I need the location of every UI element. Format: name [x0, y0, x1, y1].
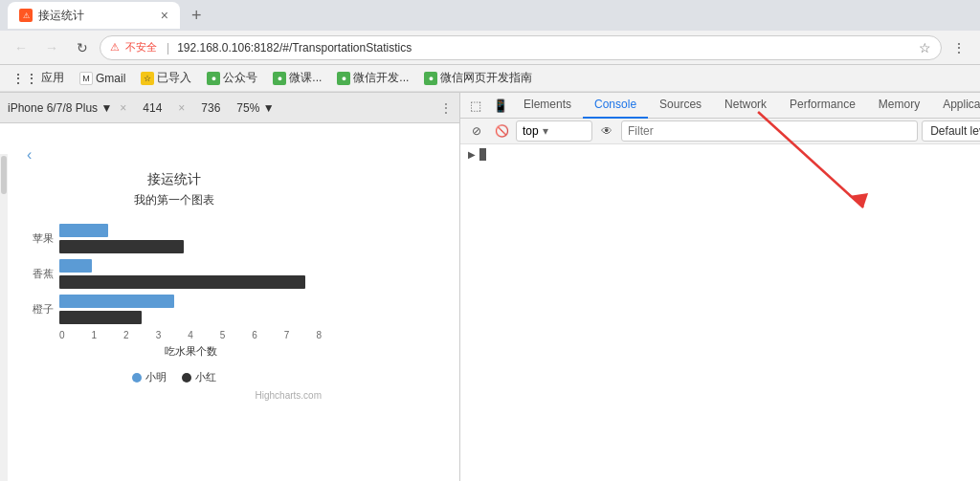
- reload-icon: ↻: [77, 40, 88, 55]
- url-text: 192.168.0.106:8182/#/TransportationStati…: [177, 41, 913, 55]
- tab-performance[interactable]: Performance: [778, 93, 867, 119]
- device-select[interactable]: iPhone 6/7/8 Plus ▼: [8, 101, 112, 115]
- x-axis-label: 吃水果个数: [59, 344, 322, 359]
- bar-orange-dark: [59, 311, 142, 324]
- chart-back-btn[interactable]: ‹: [27, 146, 32, 164]
- height-input[interactable]: [192, 101, 229, 115]
- clear-icon: ⊘: [472, 124, 481, 138]
- zoom-select[interactable]: 75% ▼: [236, 101, 274, 115]
- bar-track-banana: [59, 259, 322, 289]
- context-select[interactable]: top ▾: [516, 120, 592, 142]
- tab-close-btn[interactable]: ×: [161, 8, 168, 23]
- new-tab-btn[interactable]: +: [191, 6, 202, 26]
- context-label: top: [523, 124, 539, 138]
- chart-subtitle: 我的第一个图表: [27, 192, 322, 208]
- x-axis: 0 1 2 3 4 5 6 7 8: [59, 330, 322, 340]
- reload-btn[interactable]: ↻: [69, 34, 96, 61]
- levels-select[interactable]: Default levels ▼: [922, 120, 980, 142]
- gmail-icon: M: [79, 72, 93, 85]
- tab-application-label: Applicatio...: [943, 98, 980, 111]
- tab-memory[interactable]: Memory: [867, 93, 931, 119]
- console-output: ▶: [460, 144, 980, 481]
- menu-btn[interactable]: ⋮: [946, 34, 972, 61]
- tab-title: 接运统计: [38, 8, 84, 24]
- bookmark-apps[interactable]: ⋮⋮ 应用: [8, 68, 68, 88]
- bar-group-apple: 苹果: [27, 224, 322, 253]
- prompt-arrow-icon: ▶: [468, 149, 476, 160]
- devtools-icons: ⬚ 📱: [464, 94, 512, 117]
- console-prompt-row: ▶: [468, 148, 980, 161]
- forward-icon: →: [45, 40, 58, 55]
- bar-banana-blue: [59, 259, 92, 273]
- dropdown-icon: ▾: [543, 124, 548, 138]
- wechat-dev-icon: ●: [337, 72, 350, 85]
- nav-actions: ⋮: [946, 34, 972, 61]
- x-tick-8: 8: [316, 330, 322, 340]
- tab-sources[interactable]: Sources: [648, 93, 713, 119]
- chart-title: 接运统计: [27, 171, 322, 188]
- bar-label-apple: 苹果: [27, 231, 54, 246]
- browser-chrome: ⚠ 接运统计 × + ← → ↻ ⚠ 不安全 | 192.168.0.106:8…: [0, 0, 980, 93]
- bar-track-orange: [59, 295, 322, 324]
- console-filter-btn[interactable]: 🚫: [491, 120, 512, 142]
- tab-memory-label: Memory: [879, 98, 920, 111]
- security-icon: ⚠: [110, 41, 120, 54]
- chart-container: ‹ 接运统计 我的第一个图表 苹果: [11, 131, 337, 416]
- tab-application[interactable]: Applicatio...: [931, 93, 980, 119]
- scroll-thumb[interactable]: [1, 156, 7, 194]
- tab-network[interactable]: Network: [713, 93, 778, 119]
- address-bar[interactable]: ⚠ 不安全 | 192.168.0.106:8182/#/Transportat…: [100, 35, 942, 60]
- more-options-icon[interactable]: ⋮: [440, 101, 452, 115]
- width-input[interactable]: [134, 101, 170, 115]
- device-toolbar: iPhone 6/7/8 Plus ▼ × × 75% ▼ ⋮: [0, 93, 459, 123]
- scrollbar[interactable]: [0, 154, 8, 481]
- back-icon: ←: [14, 40, 28, 55]
- device-sep1: ×: [120, 101, 126, 115]
- page-content: ‹ 接运统计 我的第一个图表 苹果: [0, 123, 459, 481]
- bar-label-banana: 香蕉: [27, 267, 54, 281]
- inspect-icon: ⬚: [470, 98, 481, 113]
- console-clear-btn[interactable]: ⊘: [466, 120, 487, 142]
- bookmark-star-icon[interactable]: ☆: [919, 40, 931, 55]
- separator: |: [167, 41, 169, 55]
- wechat-guide-icon: ●: [424, 72, 437, 85]
- cursor-indicator[interactable]: [479, 148, 486, 161]
- bar-group-banana: 香蕉: [27, 259, 322, 289]
- browser-tab[interactable]: ⚠ 接运统计 ×: [8, 2, 180, 29]
- legend-item-xiaohong: 小红: [182, 370, 216, 384]
- x-tick-4: 4: [188, 330, 193, 340]
- legend-dot-xiaoming: [132, 373, 142, 383]
- bar-apple-blue: [59, 224, 108, 237]
- bookmark-wechat-dev[interactable]: ● 微信开发...: [333, 68, 412, 88]
- filter-input[interactable]: [621, 120, 918, 142]
- x-tick-7: 7: [284, 330, 290, 340]
- device-icon: 📱: [493, 98, 508, 113]
- back-btn[interactable]: ←: [8, 34, 34, 61]
- filter-icon: 🚫: [495, 124, 509, 138]
- bookmark-gmail[interactable]: M Gmail: [76, 70, 129, 87]
- legend-dot-xiaohong: [182, 373, 191, 383]
- legend-item-xiaoming: 小明: [132, 370, 167, 384]
- eye-btn[interactable]: 👁: [596, 120, 617, 142]
- x-tick-3: 3: [156, 330, 162, 340]
- bar-apple-dark: [59, 240, 184, 253]
- tab-bar: ⚠ 接运统计 × +: [0, 0, 980, 31]
- bookmark-imported[interactable]: ☆ 已导入: [137, 68, 195, 88]
- tab-elements[interactable]: Elements: [512, 93, 583, 119]
- devtools-panel: ⬚ 📱 Elements Console Sources Network Per…: [459, 93, 980, 481]
- imported-icon: ☆: [141, 72, 154, 85]
- menu-icon: ⋮: [952, 40, 966, 55]
- tab-console[interactable]: Console: [583, 93, 648, 119]
- bookmark-wechat-guide[interactable]: ● 微信网页开发指南: [420, 68, 536, 88]
- x-tick-2: 2: [123, 330, 129, 340]
- tab-elements-label: Elements: [523, 98, 571, 111]
- tab-console-label: Console: [594, 98, 636, 111]
- bookmark-weike[interactable]: ● 微课...: [269, 68, 325, 88]
- bookmark-gongzhonghao[interactable]: ● 公众号: [203, 68, 261, 88]
- x-tick-5: 5: [220, 330, 226, 340]
- inspect-element-btn[interactable]: ⬚: [464, 94, 487, 117]
- forward-btn[interactable]: →: [38, 34, 65, 61]
- device-toggle-btn[interactable]: 📱: [489, 94, 512, 117]
- tab-performance-label: Performance: [790, 98, 856, 111]
- main-area: iPhone 6/7/8 Plus ▼ × × 75% ▼ ⋮ ‹ 接运统计: [0, 93, 980, 481]
